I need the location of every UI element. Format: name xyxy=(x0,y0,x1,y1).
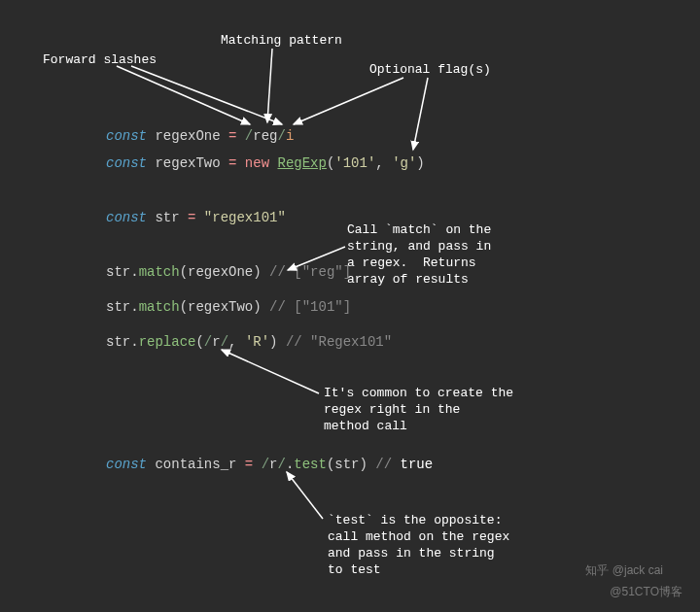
arrows-layer xyxy=(0,0,700,612)
arrow-forward-slash-right xyxy=(131,66,282,124)
arrow-flag-i xyxy=(294,78,403,124)
arrow-flag-g xyxy=(413,78,428,150)
arrow-inline-note xyxy=(222,350,319,393)
slide-canvas: Forward slashes Matching pattern Optiona… xyxy=(0,0,700,612)
arrow-match-note xyxy=(288,247,345,270)
arrow-test-note xyxy=(287,472,323,519)
arrow-matching-pattern xyxy=(267,49,272,122)
watermark-blog: @51CTO博客 xyxy=(610,584,682,600)
arrow-forward-slash-left xyxy=(117,66,250,124)
watermark-zhihu: 知乎 @jack cai xyxy=(585,562,663,579)
